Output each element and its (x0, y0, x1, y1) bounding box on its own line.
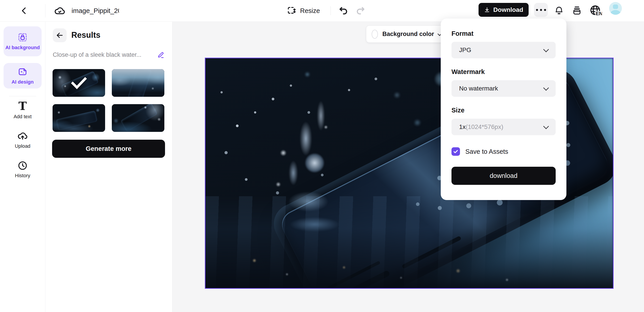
notifications-bell-icon[interactable] (554, 5, 564, 16)
result-thumbnail-3[interactable] (52, 104, 105, 132)
prompt-text: Close-up of a sleek black water... (53, 51, 151, 59)
selected-check-icon (71, 76, 87, 89)
back-arrow-icon (56, 31, 64, 39)
background-color-dropdown[interactable]: Background color (366, 25, 447, 43)
chevron-down-icon (543, 123, 549, 129)
text-icon: T (18, 100, 26, 112)
surface-bokeh (206, 219, 613, 288)
result-thumbnail-1[interactable] (52, 69, 105, 97)
sidebar-item-upload[interactable]: Upload (0, 130, 45, 149)
sidebar-item-label: AI design (12, 79, 34, 85)
sidebar-item-history[interactable]: History (0, 160, 45, 179)
sidebar-item-label: History (15, 173, 30, 179)
printer-icon[interactable] (572, 5, 582, 16)
ellipsis-icon (536, 9, 538, 11)
resize-label: Resize (300, 7, 320, 14)
checkbox-check-icon (453, 149, 459, 154)
language-code: EN (596, 10, 602, 16)
chevron-down-icon (543, 46, 549, 52)
document-title[interactable]: image_Pippit_20 (72, 7, 119, 15)
topbar-divider (330, 6, 331, 15)
history-clock-icon (17, 160, 28, 171)
generate-more-label: Generate more (86, 145, 132, 152)
color-swatch (372, 30, 378, 39)
cloud-check-logo-icon (54, 5, 66, 17)
more-options-button[interactable] (534, 3, 548, 17)
sidebar-item-add-text[interactable]: T Add text (0, 100, 45, 120)
ai-background-icon (18, 32, 28, 42)
sidebar-divider (9, 96, 36, 96)
format-label: Format (452, 30, 474, 37)
result-thumbnail-2[interactable] (112, 69, 164, 97)
confirm-download-button[interactable]: download (452, 167, 556, 185)
download-icon (484, 7, 490, 13)
results-panel: Results Close-up of a sleek black water.… (46, 22, 172, 312)
watermark-value: No watermark (459, 85, 498, 92)
save-to-assets-checkbox-row[interactable]: Save to Assets (452, 147, 508, 156)
sidebar-item-label: Upload (15, 143, 30, 149)
ai-design-icon (18, 67, 28, 77)
checkbox-checked[interactable] (452, 147, 460, 156)
undo-icon[interactable] (338, 5, 349, 16)
size-select[interactable]: 1x (1024*576px) (452, 119, 556, 135)
canvas-workspace: Background color (172, 22, 644, 312)
save-to-assets-label: Save to Assets (465, 148, 508, 155)
resize-button[interactable]: Resize (287, 5, 320, 16)
edit-prompt-icon[interactable] (157, 51, 165, 59)
sidebar-item-ai-background[interactable]: AI background (4, 26, 42, 56)
back-icon[interactable] (19, 5, 30, 16)
avatar-figure (613, 4, 618, 9)
format-value: JPG (459, 46, 471, 54)
sidebar-item-ai-design[interactable]: AI design (4, 63, 42, 88)
chevron-down-icon (543, 85, 549, 90)
background-color-label: Background color (382, 31, 434, 37)
size-label: Size (452, 107, 464, 114)
language-globe-icon[interactable]: EN (589, 4, 602, 17)
watermark-select[interactable]: No watermark (452, 80, 556, 97)
topbar-divider (45, 4, 46, 17)
redo-icon (355, 5, 366, 16)
confirm-download-label: download (490, 172, 518, 179)
generate-more-button[interactable]: Generate more (52, 140, 165, 158)
download-button-label: Download (493, 6, 523, 13)
upload-cloud-icon (17, 130, 28, 141)
format-select[interactable]: JPG (452, 42, 556, 58)
tools-sidebar: AI background AI design T Add text Uploa… (0, 22, 46, 312)
splash-droplets (206, 58, 206, 59)
results-back-button[interactable] (53, 28, 67, 42)
sidebar-item-label: Add text (14, 114, 32, 120)
download-options-popover: Format JPG Watermark No watermark Size 1… (441, 18, 566, 200)
user-avatar[interactable] (609, 2, 622, 15)
watermark-label: Watermark (452, 68, 485, 75)
size-detail: (1024*576px) (466, 123, 503, 131)
sidebar-item-label: AI background (5, 45, 40, 50)
size-value: 1x (459, 123, 466, 131)
results-title: Results (71, 30, 100, 40)
resize-icon (287, 6, 296, 16)
result-thumbnail-4[interactable] (112, 104, 164, 132)
download-button[interactable]: Download (478, 3, 528, 17)
